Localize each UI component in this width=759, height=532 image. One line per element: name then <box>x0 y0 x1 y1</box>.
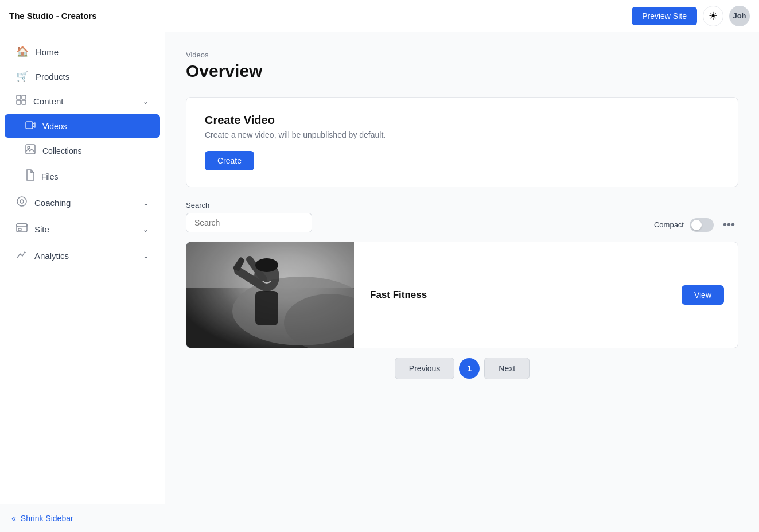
more-options-button[interactable]: ••• <box>719 217 738 232</box>
header: The Studio - Creators Preview Site ☀ Joh <box>0 0 759 32</box>
sidebar-item-analytics[interactable]: Analytics ⌄ <box>5 243 160 269</box>
sidebar-item-label: Videos <box>42 122 149 131</box>
sidebar-item-label: Content <box>33 96 143 106</box>
sidebar-item-site[interactable]: Site ⌄ <box>5 216 160 242</box>
sidebar: 🏠 Home 🛒 Products Content ⌄ V <box>0 32 165 532</box>
shrink-icon: « <box>11 514 16 523</box>
sidebar-item-label: Products <box>36 72 149 81</box>
svg-rect-1 <box>22 95 26 99</box>
search-label: Search <box>186 201 312 209</box>
preview-site-button[interactable]: Preview Site <box>632 7 697 25</box>
create-video-card: Create Video Create a new video, will be… <box>186 97 738 187</box>
video-actions: View <box>668 274 738 316</box>
video-title: Fast Fitness <box>370 289 652 301</box>
theme-toggle-button[interactable]: ☀ <box>703 6 723 26</box>
grid-icon <box>16 95 26 108</box>
compact-label: Compact <box>654 220 684 229</box>
sidebar-item-label: Analytics <box>34 251 143 261</box>
collections-icon <box>25 144 36 157</box>
chevron-down-icon: ⌄ <box>143 226 149 234</box>
search-row: Search Compact ••• <box>186 201 738 232</box>
svg-rect-5 <box>26 145 35 154</box>
avatar[interactable]: Joh <box>729 6 750 26</box>
chevron-down-icon: ⌄ <box>143 98 149 106</box>
search-group: Search <box>186 201 312 232</box>
svg-rect-4 <box>26 122 33 129</box>
video-info: Fast Fitness <box>354 278 668 312</box>
sidebar-item-collections[interactable]: Collections <box>5 138 160 163</box>
sidebar-item-files[interactable]: Files <box>5 164 160 189</box>
sidebar-item-coaching[interactable]: Coaching ⌄ <box>5 190 160 216</box>
thumbnail-image <box>186 242 354 348</box>
sun-icon: ☀ <box>709 10 718 22</box>
next-button[interactable]: Next <box>484 358 530 379</box>
sidebar-item-content[interactable]: Content ⌄ <box>5 89 160 114</box>
ellipsis-icon: ••• <box>723 218 735 231</box>
layout: 🏠 Home 🛒 Products Content ⌄ V <box>0 32 759 532</box>
sidebar-item-products[interactable]: 🛒 Products <box>5 64 160 88</box>
file-icon <box>25 169 34 184</box>
header-actions: Preview Site ☀ Joh <box>632 6 750 26</box>
create-video-title: Create Video <box>205 114 719 127</box>
compact-controls: Compact ••• <box>654 217 738 232</box>
svg-point-6 <box>28 146 30 149</box>
view-video-button[interactable]: View <box>682 285 724 305</box>
svg-rect-11 <box>18 228 21 231</box>
site-icon <box>16 222 28 236</box>
svg-point-8 <box>20 200 24 203</box>
app-title: The Studio - Creators <box>9 11 97 21</box>
page-title: Overview <box>186 61 738 81</box>
pagination: Previous 1 Next <box>186 358 738 379</box>
page-number-1[interactable]: 1 <box>459 358 480 379</box>
compact-toggle[interactable] <box>690 218 714 232</box>
svg-rect-2 <box>17 100 21 104</box>
shrink-sidebar-label: Shrink Sidebar <box>21 514 73 523</box>
sidebar-item-videos[interactable]: Videos <box>5 114 160 138</box>
svg-rect-10 <box>17 224 27 227</box>
video-list-item: Fast Fitness View <box>186 242 738 348</box>
sidebar-item-label: Coaching <box>34 198 143 208</box>
main-content: Videos Overview Create Video Create a ne… <box>165 32 759 532</box>
coaching-icon <box>16 196 28 210</box>
svg-point-7 <box>17 197 26 206</box>
sidebar-item-home[interactable]: 🏠 Home <box>5 40 160 64</box>
sidebar-item-label: Collections <box>42 146 149 156</box>
shrink-sidebar-button[interactable]: « Shrink Sidebar <box>11 514 73 523</box>
svg-rect-0 <box>17 95 21 99</box>
previous-button[interactable]: Previous <box>395 358 454 379</box>
home-icon: 🏠 <box>16 45 29 58</box>
chevron-down-icon: ⌄ <box>143 252 149 260</box>
sidebar-item-label: Site <box>34 224 143 234</box>
toggle-knob <box>691 220 702 230</box>
create-video-button[interactable]: Create <box>205 151 254 170</box>
svg-rect-23 <box>186 242 354 348</box>
video-thumbnail <box>186 242 354 348</box>
sidebar-nav: 🏠 Home 🛒 Products Content ⌄ V <box>0 32 165 504</box>
cart-icon: 🛒 <box>16 70 29 83</box>
sidebar-footer: « Shrink Sidebar <box>0 504 165 532</box>
video-icon <box>25 120 36 132</box>
sidebar-item-label: Files <box>41 172 149 181</box>
search-input[interactable] <box>186 213 312 232</box>
sidebar-item-label: Home <box>36 47 149 57</box>
breadcrumb: Videos <box>186 51 738 59</box>
svg-rect-3 <box>22 100 26 104</box>
create-video-subtitle: Create a new video, will be unpublished … <box>205 130 719 139</box>
analytics-icon <box>16 248 28 263</box>
chevron-down-icon: ⌄ <box>143 199 149 207</box>
